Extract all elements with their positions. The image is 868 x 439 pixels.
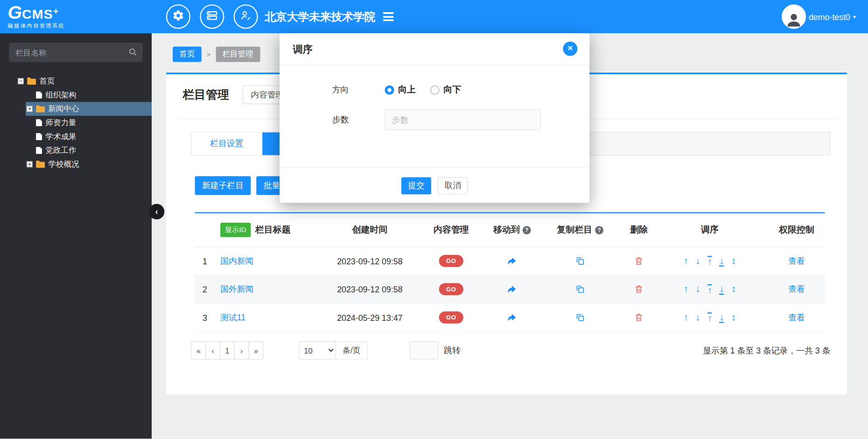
folder-icon (36, 105, 45, 112)
new-child-column-button[interactable]: 新建子栏目 (195, 176, 251, 195)
column-title-link[interactable]: 国外新闻 (220, 284, 253, 295)
settings-button[interactable] (166, 4, 190, 28)
tree-item-org[interactable]: 组织架构 (0, 88, 152, 102)
view-permission-link[interactable]: 查看 (788, 284, 805, 295)
submit-button[interactable]: 提交 (401, 177, 431, 194)
sidebar: 首页 组织架构 新闻中心 师资力量 (0, 33, 152, 439)
move-up-icon[interactable] (684, 312, 688, 323)
logo-plus: + (53, 7, 58, 15)
document-icon (36, 133, 42, 140)
move-to-bottom-icon[interactable] (719, 312, 724, 323)
avatar (782, 4, 806, 28)
tree-item-party[interactable]: 党政工作 (0, 143, 152, 157)
app-header: G CMS + 融媒体内容管理系统 北京大学未 (0, 0, 868, 33)
pagination: « ‹ 1 › » 10 条/页 跳转 显示第 1 条至 3 条记录，一共 3 … (191, 341, 830, 360)
expand-plus-icon[interactable] (27, 161, 33, 167)
radio-down[interactable]: 向下 (430, 84, 461, 96)
help-icon[interactable] (523, 226, 531, 234)
move-to-bottom-icon[interactable] (719, 255, 724, 266)
close-icon[interactable] (563, 42, 577, 56)
row-index: 2 (195, 284, 215, 294)
dialog-footer: 提交 取消 (280, 167, 589, 203)
sidebar-collapse-handle[interactable] (149, 204, 164, 220)
custom-sort-icon[interactable] (731, 255, 736, 266)
account-edit-button[interactable] (234, 4, 258, 28)
copy-column-icon[interactable] (575, 312, 585, 322)
delete-icon[interactable] (634, 312, 644, 322)
user-menu[interactable]: demo-test0 (782, 4, 856, 28)
cancel-button[interactable]: 取消 (438, 177, 468, 194)
dialog-header: 调序 (280, 33, 589, 65)
move-to-icon[interactable] (506, 283, 518, 295)
move-to-top-icon[interactable] (707, 284, 712, 295)
go-button[interactable]: GO (439, 283, 463, 295)
column-title-link[interactable]: 国内新闻 (220, 255, 253, 266)
show-id-button[interactable]: 显示ID (220, 223, 251, 237)
copy-column-icon[interactable] (575, 284, 585, 294)
column-title-link[interactable]: 测试11 (220, 312, 245, 323)
radio-up[interactable]: 向上 (385, 84, 415, 96)
folder-icon (27, 78, 36, 85)
app-logo: G CMS + 融媒体内容管理系统 (0, 3, 152, 30)
move-to-icon[interactable] (506, 255, 518, 267)
menu-toggle-icon[interactable] (383, 12, 394, 21)
move-down-icon[interactable] (695, 284, 700, 295)
column-tree: 首页 组织架构 新闻中心 师资力量 (0, 74, 152, 171)
document-icon (36, 119, 42, 126)
copy-column-icon[interactable] (575, 256, 585, 266)
screen: G CMS + 融媒体内容管理系统 北京大学未 (0, 0, 868, 439)
prev-page-button[interactable]: ‹ (205, 341, 220, 360)
direction-label: 方向 (332, 85, 365, 95)
tree-item-faculty[interactable]: 师资力量 (0, 116, 152, 130)
move-to-icon[interactable] (506, 312, 518, 323)
modules-button[interactable] (200, 4, 224, 28)
tree-item-label: 学校概况 (48, 159, 79, 169)
logo-subtitle: 融媒体内容管理系统 (8, 23, 152, 30)
move-down-icon[interactable] (695, 312, 700, 323)
page-title: 栏目管理 (182, 87, 229, 102)
document-icon (36, 147, 42, 154)
move-to-bottom-icon[interactable] (719, 284, 724, 295)
jump-page-input[interactable] (410, 341, 439, 360)
delete-icon[interactable] (634, 256, 644, 266)
view-permission-link[interactable]: 查看 (788, 255, 805, 266)
last-page-button[interactable]: » (249, 341, 264, 360)
custom-sort-icon[interactable] (731, 284, 736, 295)
tab-column-settings[interactable]: 栏目设置 (191, 133, 262, 156)
page-size-select[interactable]: 10 (299, 341, 336, 360)
document-icon (36, 92, 42, 99)
pager-buttons: « ‹ 1 › » (191, 341, 263, 360)
tree-item-home[interactable]: 首页 (0, 74, 152, 88)
collapse-minus-icon[interactable] (18, 78, 24, 84)
delete-icon[interactable] (634, 284, 644, 294)
custom-sort-icon[interactable] (731, 312, 736, 323)
expand-plus-icon[interactable] (27, 106, 33, 112)
move-down-icon[interactable] (695, 255, 700, 266)
help-icon[interactable] (595, 226, 603, 234)
search-icon[interactable] (128, 47, 138, 57)
page-number-button[interactable]: 1 (220, 341, 235, 360)
column-search-input[interactable] (9, 42, 143, 62)
header-delete: 删除 (627, 224, 651, 236)
page-head: 栏目管理 内容管理 (182, 85, 292, 104)
folder-icon (36, 161, 45, 168)
next-page-button[interactable]: › (234, 341, 249, 360)
steps-input[interactable] (385, 109, 541, 130)
go-button[interactable]: GO (439, 312, 463, 324)
breadcrumb-home[interactable]: 首页 (173, 47, 202, 62)
logo-g: G (8, 3, 22, 21)
radio-unselected-icon[interactable] (430, 85, 440, 95)
steps-label: 步数 (332, 114, 365, 125)
breadcrumb: 首页 > 栏目管理 (173, 47, 260, 62)
radio-selected-icon[interactable] (385, 85, 394, 95)
move-to-top-icon[interactable] (707, 312, 712, 323)
first-page-button[interactable]: « (191, 341, 206, 360)
go-button[interactable]: GO (439, 255, 463, 267)
tree-item-news-center[interactable]: 新闻中心 (0, 102, 152, 116)
move-up-icon[interactable] (684, 255, 688, 266)
view-permission-link[interactable]: 查看 (788, 312, 805, 323)
tree-item-school-overview[interactable]: 学校概况 (0, 157, 152, 171)
tree-item-academic[interactable]: 学术成果 (0, 130, 152, 144)
move-up-icon[interactable] (684, 284, 688, 295)
move-to-top-icon[interactable] (707, 255, 712, 266)
